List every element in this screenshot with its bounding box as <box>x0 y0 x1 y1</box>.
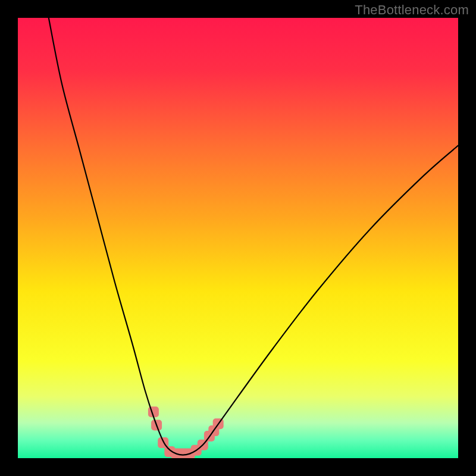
plot-area <box>18 18 458 458</box>
curve-layer <box>18 18 458 458</box>
chart-frame: TheBottleneck.com <box>0 0 476 476</box>
watermark-text: TheBottleneck.com <box>355 2 469 18</box>
bottleneck-curve <box>49 18 458 455</box>
